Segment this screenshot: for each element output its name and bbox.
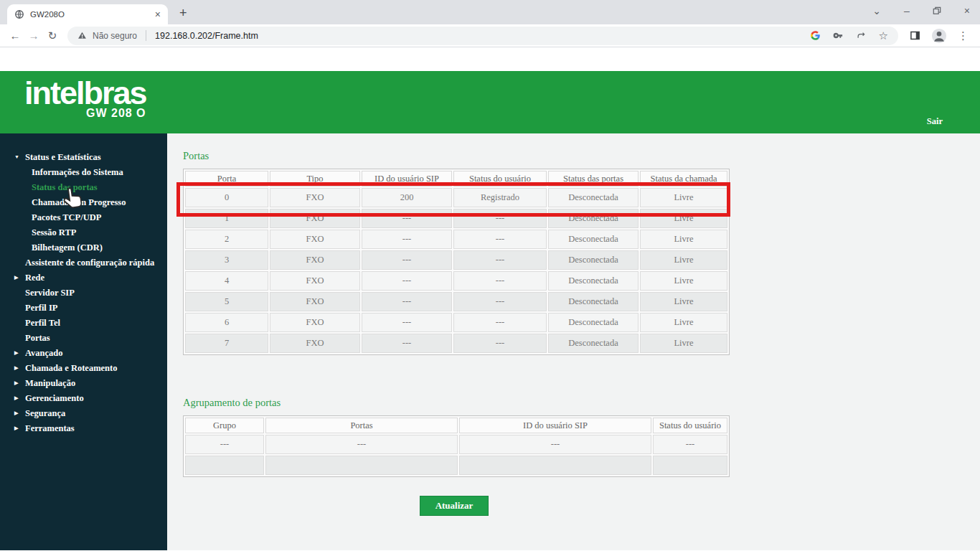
main-content: Portas PortaTipoID do usuário SIPStatus … (167, 133, 980, 550)
table-cell: Desconectada (548, 313, 639, 332)
url-text[interactable]: 192.168.0.202/Frame.htm (155, 31, 258, 41)
table-cell: --- (453, 209, 547, 228)
sidebar-item[interactable]: Portas (0, 331, 167, 346)
table-cell: --- (362, 209, 452, 228)
table-cell: FXO (270, 250, 360, 270)
sidebar-item[interactable]: ▶Gerenciamento (0, 391, 167, 406)
sidebar-item[interactable]: ▶Avançado (0, 346, 167, 361)
sidebar-item[interactable]: Sessão RTP (0, 225, 167, 240)
window-minimize-button[interactable]: – (904, 6, 910, 16)
sidebar-item[interactable]: Pacotes TCP/UDP (0, 210, 167, 225)
column-header: Status do usuário (653, 418, 727, 433)
table-cell: Desconectada (548, 230, 639, 249)
table-cell: --- (362, 313, 452, 332)
sidebar-item[interactable]: ▶Rede (0, 270, 167, 286)
ports-table-row: 7FXO------DesconectadaLivre (185, 334, 727, 353)
sidebar-item-label: Assistente de configuração rápida (25, 258, 154, 268)
sidebar-item[interactable]: ▶Segurança (0, 406, 167, 421)
sidebar-item[interactable]: Servidor SIP (0, 286, 167, 301)
tab-search-chevron-icon[interactable]: ⌄ (872, 6, 881, 16)
sidebar-item[interactable]: Perfil IP (0, 301, 167, 316)
sidebar-item[interactable]: Perfil Tel (0, 316, 167, 331)
table-cell: 4 (185, 271, 268, 291)
table-cell (653, 456, 727, 475)
browser-tab[interactable]: GW208O × (7, 4, 168, 24)
reload-icon[interactable]: ↻ (43, 29, 62, 42)
sidebar-menu: ▼Status e EstatísticasInformações do Sis… (0, 133, 167, 550)
ports-section-title: Portas (183, 150, 980, 162)
logout-link[interactable]: Sair (927, 116, 943, 127)
table-cell: Livre (640, 230, 727, 249)
table-cell: 2 (185, 230, 268, 249)
new-tab-button[interactable]: + (179, 6, 187, 21)
profile-avatar[interactable] (931, 28, 947, 44)
sidebar-item[interactable]: ▶Ferramentas (0, 421, 167, 436)
logo-text: intelbras (24, 75, 146, 111)
table-cell (265, 456, 458, 475)
ports-table-row: 0FXO200RegistradoDesconectadaLivre (185, 188, 727, 207)
address-bar[interactable]: Não seguro 192.168.0.202/Frame.htm ☆ (67, 27, 898, 45)
window-close-button[interactable]: × (964, 6, 970, 16)
sidebar-item[interactable]: Bilhetagem (CDR) (0, 240, 167, 255)
ports-header-row: PortaTipoID do usuário SIPStatus do usuá… (185, 171, 727, 187)
google-logo-icon[interactable] (810, 30, 821, 41)
table-cell: Livre (640, 188, 727, 207)
page-top-whitespace (0, 47, 980, 71)
chevron-right-icon: ▶ (14, 395, 18, 401)
table-cell: FXO (270, 209, 360, 228)
site-header: intelbras GW 208 O Sair (0, 71, 980, 133)
share-icon[interactable] (856, 30, 867, 41)
sidebar-item[interactable]: Informações do Sistema (0, 165, 167, 180)
sidebar-item-label: Sessão RTP (32, 227, 76, 238)
table-cell: FXO (270, 271, 360, 291)
sidebar-item[interactable]: ▶Manipulação (0, 376, 167, 391)
ports-table-row: 2FXO------DesconectadaLivre (185, 230, 727, 249)
sidebar-item[interactable]: Assistente de configuração rápida (0, 255, 167, 270)
table-cell: Desconectada (548, 334, 639, 353)
address-divider (146, 30, 146, 41)
table-cell: 7 (185, 334, 268, 353)
sidebar-item[interactable]: ▼Status e Estatísticas (0, 150, 167, 165)
column-header: ID do usuário SIP (459, 418, 651, 433)
ports-table-row: 6FXO------DesconectadaLivre (185, 313, 727, 332)
groups-section-title: Agrupamento de portas (183, 397, 980, 409)
chevron-right-icon: ▶ (14, 425, 18, 431)
table-cell: Desconectada (548, 271, 639, 291)
table-cell: --- (362, 292, 452, 311)
table-cell: 3 (185, 250, 268, 270)
browser-toolbar: ← → ↻ Não seguro 192.168.0.202/Frame.htm… (0, 24, 980, 47)
table-cell: Registrado (453, 188, 547, 207)
table-cell: Livre (640, 271, 727, 291)
table-cell (459, 456, 651, 475)
column-header: ID do usuário SIP (362, 171, 452, 187)
table-cell: FXO (270, 313, 360, 332)
groups-table-row (185, 456, 727, 475)
table-cell: --- (453, 313, 547, 332)
not-secure-warning-icon[interactable] (77, 31, 87, 40)
back-icon[interactable]: ← (6, 29, 24, 42)
globe-favicon-icon (14, 9, 24, 19)
password-key-icon[interactable] (833, 30, 844, 41)
chevron-right-icon: ▶ (14, 350, 18, 356)
table-cell: Livre (640, 250, 727, 270)
table-cell: Desconectada (548, 292, 639, 311)
sidebar-item-label: Ferramentas (25, 423, 75, 434)
refresh-button[interactable]: Atualizar (420, 496, 489, 516)
chrome-menu-icon[interactable]: ⋮ (958, 29, 969, 42)
ports-table-row: 3FXO------DesconectadaLivre (185, 250, 727, 270)
table-cell (185, 456, 264, 475)
table-cell: --- (453, 334, 547, 353)
forward-icon[interactable]: → (24, 29, 43, 42)
column-header: Tipo (270, 171, 360, 187)
ports-table: PortaTipoID do usuário SIPStatus do usuá… (183, 169, 730, 355)
sidebar-item-label: Perfil IP (25, 303, 57, 314)
table-cell: Desconectada (548, 250, 639, 270)
tab-close-icon[interactable]: × (155, 9, 161, 19)
bookmark-star-icon[interactable]: ☆ (879, 29, 888, 42)
chevron-right-icon: ▶ (14, 410, 18, 416)
sidebar-item[interactable]: ▶Chamada e Roteamento (0, 361, 167, 376)
not-secure-label[interactable]: Não seguro (93, 31, 137, 41)
side-panel-icon[interactable] (910, 30, 920, 41)
window-restore-button[interactable] (933, 6, 941, 15)
sidebar-item-label: Rede (25, 273, 44, 283)
